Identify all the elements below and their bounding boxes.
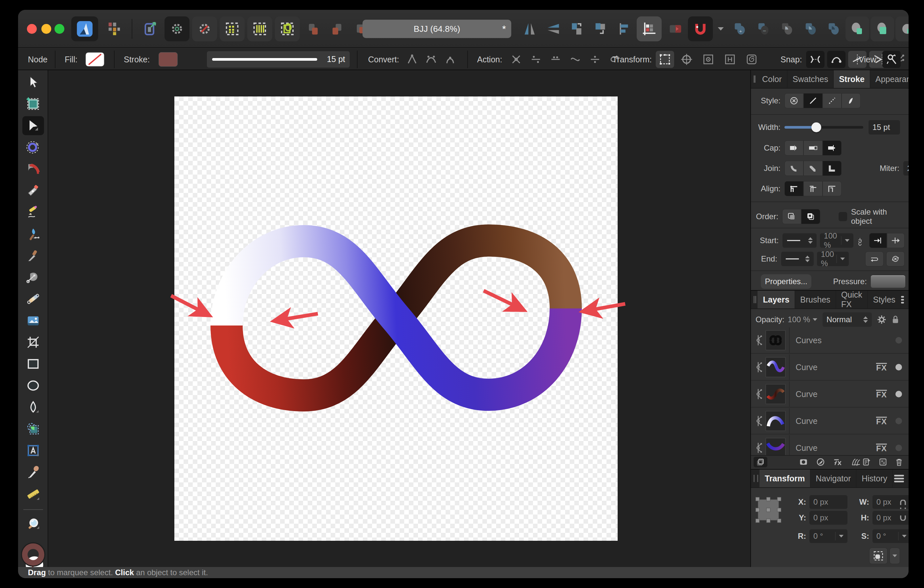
- move-to-front-button[interactable]: [589, 16, 612, 41]
- link-dimensions-icon[interactable]: [899, 500, 907, 521]
- close-window-button[interactable]: [27, 24, 37, 34]
- miter-field[interactable]: 2: [903, 161, 909, 176]
- properties-button[interactable]: Properties...: [761, 274, 811, 289]
- tear-shape-tool[interactable]: [22, 398, 44, 417]
- flip-horizontal-button[interactable]: [518, 16, 541, 41]
- stroke-swatch[interactable]: [158, 49, 178, 70]
- stroke-width-field[interactable]: 15 pt: [868, 120, 900, 135]
- panel-grip-icon[interactable]: [754, 76, 756, 83]
- layer-row[interactable]: Curves: [751, 328, 909, 354]
- layer-thumbnail[interactable]: [766, 411, 786, 431]
- layer-thumbnail[interactable]: [766, 357, 786, 377]
- tab-brushes[interactable]: Brushes: [795, 291, 836, 308]
- r-field[interactable]: 0 °: [809, 529, 848, 543]
- selection-box-mode-button[interactable]: [869, 548, 888, 564]
- node-tool[interactable]: [22, 116, 44, 135]
- rasterize-checker-icon[interactable]: [878, 458, 888, 466]
- flip-in-box-button[interactable]: [721, 51, 739, 68]
- place-image-tool[interactable]: [22, 311, 44, 330]
- infinity-artwork[interactable]: [48, 70, 750, 567]
- corner-tool[interactable]: [22, 160, 44, 178]
- start-beyond-node-button[interactable]: [887, 233, 905, 248]
- gear-disabled-toggle[interactable]: [192, 16, 217, 41]
- insert-behind-selection-button[interactable]: [845, 16, 869, 41]
- layer-thumbnail[interactable]: [766, 330, 786, 351]
- order-behind-button[interactable]: [782, 209, 801, 224]
- ellipse-tool[interactable]: [22, 376, 44, 395]
- scale-with-object-checkbox[interactable]: [839, 212, 847, 221]
- layer-fx-badge[interactable]: FX: [876, 444, 887, 453]
- align-inner-button[interactable]: [804, 181, 823, 196]
- tab-color[interactable]: Color: [757, 70, 787, 88]
- stroke-style-brush-button[interactable]: [842, 93, 861, 108]
- layer-name[interactable]: Curve: [795, 362, 818, 372]
- pixel-grid-dots-toggle[interactable]: [219, 16, 245, 41]
- rectangle-tool[interactable]: [22, 354, 44, 374]
- convert-sharp-node-icon[interactable]: [406, 53, 419, 66]
- join-round-button[interactable]: [784, 161, 804, 176]
- layer-visibility-toggle[interactable]: [896, 364, 902, 371]
- start-at-node-button[interactable]: [869, 233, 887, 248]
- insert-behind-button[interactable]: [302, 16, 325, 41]
- cap-butt-button[interactable]: [823, 140, 842, 155]
- fill-gradient-tool[interactable]: [22, 268, 44, 287]
- app-icon-button[interactable]: [71, 16, 98, 41]
- layer-visibility-toggle[interactable]: [896, 337, 902, 344]
- slider-knob[interactable]: [811, 122, 821, 132]
- chevron-down-icon[interactable]: [898, 532, 907, 540]
- layer-name[interactable]: Curve: [795, 417, 818, 426]
- crop-tool[interactable]: [22, 333, 44, 352]
- infinity-top-strand[interactable]: [226, 241, 566, 395]
- mask-layer-icon[interactable]: [799, 458, 808, 466]
- boolean-combine-button[interactable]: [823, 16, 844, 41]
- convert-smart-node-icon[interactable]: [444, 53, 457, 66]
- layer-stack-button[interactable]: [754, 457, 767, 467]
- start-arrowhead-dropdown[interactable]: [782, 233, 817, 248]
- s-field[interactable]: 0 °: [873, 529, 909, 543]
- reset-arrowheads-button[interactable]: [886, 251, 905, 267]
- boolean-intersect-button[interactable]: [776, 16, 798, 41]
- stroke-style-none-button[interactable]: [784, 93, 804, 108]
- order-front-button[interactable]: [801, 209, 820, 224]
- selection-box-dropdown[interactable]: [889, 548, 900, 564]
- layer-visibility-toggle[interactable]: [896, 418, 902, 424]
- tab-stroke[interactable]: Stroke: [834, 70, 870, 88]
- swap-arrowheads-button[interactable]: [865, 251, 884, 267]
- layer-name[interactable]: Curves: [795, 336, 822, 345]
- boolean-add-button[interactable]: +: [729, 16, 751, 41]
- layer-name[interactable]: Curve: [795, 389, 818, 399]
- stroke-width-slider[interactable]: [784, 126, 863, 128]
- end-arrowhead-dropdown[interactable]: [781, 252, 813, 266]
- zoom-view-button[interactable]: [882, 51, 901, 68]
- tab-navigator[interactable]: Navigator: [810, 469, 856, 487]
- convert-smooth-node-icon[interactable]: [424, 53, 438, 66]
- alignment-button[interactable]: [613, 16, 635, 41]
- vector-brush-tool[interactable]: [22, 224, 44, 244]
- tab-styles[interactable]: Styles: [868, 291, 901, 308]
- anchor-point-selector[interactable]: [754, 496, 782, 524]
- show-division-button[interactable]: [664, 16, 686, 41]
- chevron-down-icon[interactable]: [835, 532, 843, 540]
- show-orientation-button[interactable]: [699, 51, 718, 68]
- delete-layer-trash-icon[interactable]: [895, 458, 903, 466]
- action-close-curve-icon[interactable]: [530, 53, 542, 66]
- start-scale-dropdown[interactable]: 100 %: [820, 233, 853, 248]
- opacity-value[interactable]: 100 %: [788, 315, 810, 324]
- insert-front-selection-button[interactable]: [871, 16, 894, 41]
- join-bevel-button[interactable]: [804, 161, 823, 176]
- adjustment-layer-icon[interactable]: [816, 458, 825, 466]
- snap-to-curve-button[interactable]: [827, 51, 845, 68]
- boolean-divide-button[interactable]: [800, 16, 822, 41]
- layer-row[interactable]: Curve FX: [751, 354, 909, 380]
- y-field[interactable]: 0 px: [809, 511, 848, 525]
- canvas-viewport[interactable]: [48, 70, 750, 567]
- link-start-end-icon[interactable]: [856, 233, 864, 248]
- layer-name[interactable]: Curve: [795, 443, 818, 453]
- boolean-subtract-button[interactable]: −: [752, 16, 775, 41]
- action-join-curves-icon[interactable]: [549, 53, 562, 66]
- join-miter-button[interactable]: [823, 161, 842, 176]
- layer-visibility-toggle[interactable]: [896, 445, 902, 451]
- tab-swatches[interactable]: Swatches: [787, 70, 834, 88]
- panel-menu-icon[interactable]: [901, 295, 904, 305]
- shape-outline-toggle[interactable]: [275, 16, 300, 41]
